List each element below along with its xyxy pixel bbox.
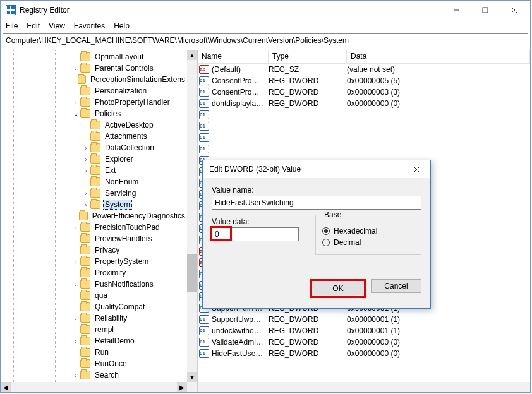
tree-item[interactable]: RunOnce xyxy=(1,358,187,369)
tree-item[interactable]: ›Ext xyxy=(1,165,187,176)
expand-icon[interactable]: › xyxy=(82,145,90,152)
radio-decimal[interactable]: Decimal xyxy=(322,238,414,247)
column-data[interactable]: Data xyxy=(347,50,530,63)
tree-item[interactable]: Proximity xyxy=(1,267,187,278)
tree-item[interactable]: Privacy xyxy=(1,244,187,256)
value-name: dontdisplaylastu... xyxy=(212,99,269,108)
value-name-field[interactable] xyxy=(212,196,421,210)
tree-item[interactable]: ›PhotoPropertyHandler xyxy=(1,97,187,108)
tree-item[interactable]: ›Search xyxy=(1,369,187,381)
value-row[interactable] xyxy=(198,143,530,155)
value-data: (value not set) xyxy=(347,65,530,74)
scroll-down-icon[interactable]: ▼ xyxy=(187,372,197,382)
expand-icon[interactable]: › xyxy=(71,372,80,379)
tree-item[interactable]: Run xyxy=(1,347,187,358)
value-row[interactable]: SupportUwpStar...REG_DWORD0x00000001 (1) xyxy=(198,314,530,325)
tree-item[interactable]: OptimalLayout xyxy=(1,51,187,63)
menu-favorites[interactable]: Favorites xyxy=(74,21,105,30)
address-bar[interactable]: Computer\HKEY_LOCAL_MACHINE\SOFTWARE\Mic… xyxy=(3,33,528,47)
expand-icon[interactable]: › xyxy=(82,190,90,197)
tree-horizontal-scrollbar[interactable]: ◀ ▶ xyxy=(1,382,187,392)
menu-file[interactable]: File xyxy=(6,21,18,30)
column-name[interactable]: Name xyxy=(198,50,269,63)
tree-vertical-scrollbar[interactable]: ▲ ▼ xyxy=(187,50,197,382)
value-row[interactable]: HideFastUserSwi...REG_DWORD0x00000000 (0… xyxy=(198,348,530,359)
value-row[interactable] xyxy=(198,132,530,143)
value-row[interactable]: undockwithoutl...REG_DWORD0x00000001 (1) xyxy=(198,325,530,337)
expand-icon[interactable]: › xyxy=(82,201,90,208)
menubar: File Edit View Favorites Help xyxy=(1,20,530,32)
tree-item[interactable]: ›PropertySystem xyxy=(1,256,187,267)
close-button[interactable] xyxy=(500,1,529,20)
expand-icon[interactable]: › xyxy=(82,156,90,163)
dialog-titlebar[interactable]: Edit DWORD (32-bit) Value xyxy=(203,160,430,178)
expand-icon[interactable]: › xyxy=(71,258,80,265)
value-row[interactable]: ConsentPrompt...REG_DWORD0x00000005 (5) xyxy=(198,75,530,87)
tree-item[interactable]: QualityCompat xyxy=(1,301,187,313)
tree-item[interactable]: ›PrecisionTouchPad xyxy=(1,222,187,233)
scroll-up-icon[interactable]: ▲ xyxy=(187,50,197,60)
tree-item[interactable]: qua xyxy=(1,290,187,301)
tree-item[interactable]: PerceptionSimulationExtens xyxy=(1,74,187,85)
radio-hexadecimal[interactable]: Hexadecimal xyxy=(322,227,414,236)
tree-item[interactable]: ›PushNotifications xyxy=(1,278,187,290)
tree-item[interactable]: PreviewHandlers xyxy=(1,233,187,244)
tree-item[interactable]: ›Explorer xyxy=(1,153,187,165)
minimize-button[interactable] xyxy=(442,1,471,20)
scroll-right-icon[interactable]: ▶ xyxy=(177,382,187,392)
value-name: (Default) xyxy=(212,65,269,74)
value-row[interactable]: ConsentPrompt...REG_DWORD0x00000003 (3) xyxy=(198,87,530,98)
value-type: REG_DWORD xyxy=(269,338,347,347)
tree-item-label: Explorer xyxy=(103,155,135,164)
expand-icon[interactable]: › xyxy=(71,338,80,345)
tree-item[interactable]: rempl xyxy=(1,324,187,335)
column-type[interactable]: Type xyxy=(269,50,347,63)
tree-pane[interactable]: OptimalLayout›Parental ControlsPerceptio… xyxy=(1,50,198,392)
list-horizontal-scrollbar[interactable] xyxy=(198,382,530,392)
tree-item[interactable]: Personalization xyxy=(1,85,187,97)
expand-icon[interactable]: › xyxy=(82,167,90,174)
menu-view[interactable]: View xyxy=(49,21,65,30)
value-row[interactable] xyxy=(198,109,530,121)
value-data: 0x00000000 (0) xyxy=(347,338,530,347)
expand-icon[interactable]: › xyxy=(71,315,80,322)
expand-icon[interactable]: › xyxy=(71,281,80,288)
cancel-button[interactable]: Cancel xyxy=(371,279,421,293)
folder-icon xyxy=(80,337,90,345)
tree-item[interactable]: ›DataCollection xyxy=(1,142,187,153)
expand-icon[interactable]: › xyxy=(71,99,80,106)
value-row[interactable] xyxy=(198,121,530,132)
tree-item[interactable]: ›Parental Controls xyxy=(1,63,187,74)
titlebar[interactable]: Registry Editor xyxy=(1,1,530,20)
menu-edit[interactable]: Edit xyxy=(27,21,40,30)
scroll-thumb[interactable] xyxy=(187,254,197,292)
value-row[interactable]: dontdisplaylastu...REG_DWORD0x00000000 (… xyxy=(198,98,530,109)
list-header[interactable]: Name Type Data xyxy=(198,50,530,64)
ok-button[interactable]: OK xyxy=(313,282,363,296)
tree-item[interactable]: ⌄Policies xyxy=(1,108,187,119)
tree-item[interactable]: PowerEfficiencyDiagnostics xyxy=(1,210,187,222)
folder-icon xyxy=(80,64,90,73)
tree-item[interactable]: ActiveDesktop xyxy=(1,119,187,131)
folder-icon xyxy=(80,371,90,379)
value-row[interactable]: (Default)REG_SZ(value not set) xyxy=(198,64,530,75)
base-legend: Base xyxy=(322,210,343,219)
tree-item[interactable]: Attachments xyxy=(1,131,187,142)
tree-item-selected[interactable]: ›System xyxy=(1,199,187,210)
expand-icon[interactable]: › xyxy=(71,65,80,72)
dialog-close-button[interactable] xyxy=(405,162,428,177)
tree-item[interactable]: NonEnum xyxy=(1,176,187,188)
scroll-left-icon[interactable]: ◀ xyxy=(1,382,11,392)
tree-item-label: Ext xyxy=(103,166,118,175)
menu-help[interactable]: Help xyxy=(114,21,130,30)
value-name-label: Value name: xyxy=(212,186,421,194)
maximize-button[interactable] xyxy=(471,1,500,20)
expand-icon[interactable]: › xyxy=(71,224,80,231)
value-row[interactable]: ValidateAdminC...REG_DWORD0x00000000 (0) xyxy=(198,337,530,348)
tree-item[interactable]: ›RetailDemo xyxy=(1,335,187,347)
tree-item[interactable]: ›Servicing xyxy=(1,188,187,199)
tree-item[interactable]: ›Reliability xyxy=(1,313,187,324)
tree-item-label: Proximity xyxy=(93,268,128,277)
expand-icon[interactable]: ⌄ xyxy=(71,110,80,117)
regedit-icon xyxy=(6,5,16,15)
